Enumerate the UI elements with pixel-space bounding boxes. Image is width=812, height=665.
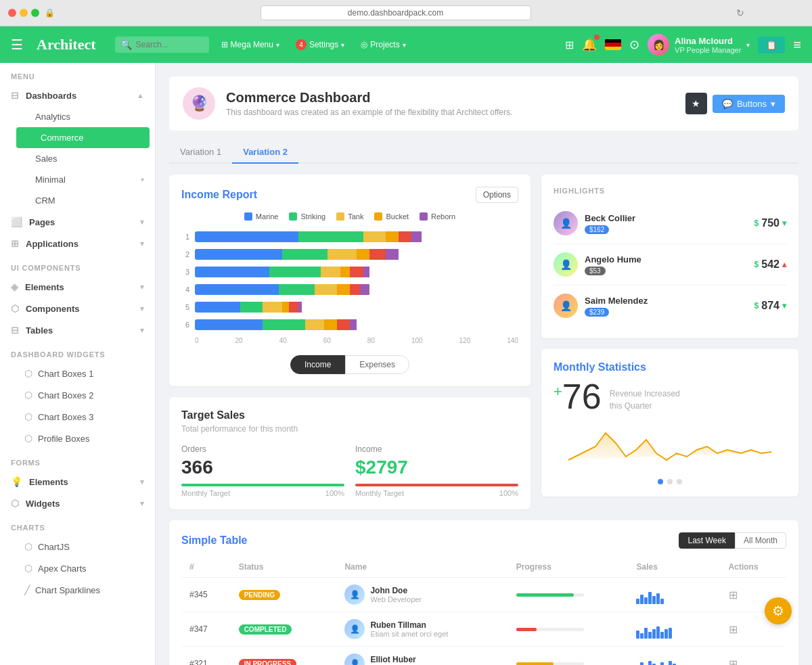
highlight-value-3: $ 874 ▾ (754, 300, 786, 312)
cell-sales (628, 647, 720, 666)
tables-icon: ⊟ (11, 325, 19, 336)
star-button[interactable]: ★ (685, 93, 707, 114)
sidebar-components[interactable]: ⬡ Components ▾ (0, 298, 155, 319)
pages-icon: ⬜ (11, 216, 22, 227)
minimize-dot (20, 9, 28, 17)
chartjs-icon: ⬡ (24, 541, 32, 552)
person-avatar: 👤 (344, 619, 365, 639)
cell-sales (628, 612, 720, 647)
avatar-saim: 👤 (554, 294, 578, 318)
projects-nav[interactable]: ◎ Projects ▾ (354, 37, 412, 53)
table-period-toggle: Last Week All Month (679, 532, 786, 549)
target-title: Target Sales (181, 409, 518, 421)
cell-actions: ⊞ (721, 647, 786, 666)
income-btn[interactable]: Income (290, 355, 345, 374)
hamburger-icon[interactable]: ☰ (11, 37, 23, 53)
action-icon[interactable]: ⊞ (729, 658, 738, 666)
sidebar-chart-boxes-2[interactable]: ⬡ Chart Boxes 2 (0, 384, 155, 406)
monthly-stats-title: Monthly Statistics (554, 361, 786, 373)
sidebar-pages[interactable]: ⬜ Pages ▾ (0, 211, 155, 233)
income-report-card: Income Report Options Marine Striking Ta… (169, 175, 531, 386)
cell-progress (508, 647, 629, 666)
grid-icon[interactable]: ⊞ (565, 39, 574, 51)
target-subtitle: Total performance for this month (181, 424, 518, 434)
col-id: # (181, 557, 231, 578)
action-icon[interactable]: ⊞ (729, 589, 738, 601)
tab-variation1[interactable]: Variation 1 (169, 141, 232, 164)
dot-3[interactable] (677, 479, 682, 484)
sidebar-item-crm[interactable]: CRM (11, 190, 155, 211)
cell-name: 👤 John Doe Web Developer (336, 578, 508, 612)
income-toggle: Income Expenses (181, 355, 518, 374)
cell-id: #321 (181, 647, 231, 666)
sidebar-dashboards[interactable]: ⊟ Dashboards ▲ (0, 85, 155, 106)
address-bar[interactable]: demo.dashboardpack.com (261, 5, 531, 20)
buttons-button[interactable]: 💬 Buttons ▾ (713, 95, 785, 113)
sidebar-item-analytics[interactable]: Analytics (11, 106, 155, 127)
topbar-button[interactable]: 📋 (758, 37, 785, 53)
mega-menu-nav[interactable]: ⊞ Mega Menu ▾ (215, 37, 286, 53)
tables-chevron: ▾ (140, 326, 144, 335)
dot-1[interactable] (658, 479, 663, 484)
table-title: Simple Table (181, 534, 248, 547)
highlight-item-2: 👤 Angelo Hume $53 $ 542 ▴ (554, 244, 786, 285)
action-icon[interactable]: ⊞ (729, 624, 738, 635)
sidebar: MENU ⊟ Dashboards ▲ Analytics Commerce S… (0, 63, 156, 665)
simple-table-card: Simple Table Last Week All Month # Statu… (169, 520, 798, 665)
close-dot (8, 9, 16, 17)
expenses-btn[interactable]: Expenses (345, 355, 409, 374)
tab-variation2[interactable]: Variation 2 (232, 141, 298, 164)
cell-status: PENDING (231, 578, 337, 612)
sidebar-forms-elements[interactable]: 💡 Elements ▾ (0, 471, 155, 492)
all-month-btn[interactable]: All Month (735, 532, 786, 549)
highlights-title: HIGHLIGHTS (554, 187, 786, 195)
sidebar-apex-charts[interactable]: ⬡ Apex Charts (0, 557, 155, 579)
sidebar-forms-widgets[interactable]: ⬡ Widgets ▾ (0, 492, 155, 514)
highlight-value-2: $ 542 ▴ (754, 258, 786, 271)
bell-icon[interactable]: 🔔 (582, 37, 597, 52)
floating-gear-button[interactable]: ⚙ (765, 597, 792, 624)
chartbox3-icon: ⬡ (24, 411, 32, 422)
user-profile[interactable]: 👩 Alina Mclourd VP People Manager ▾ (648, 34, 750, 55)
table-row: #321 IN PROGRESS 👤 Elliot Huber Lorem ip… (181, 647, 786, 666)
monthly-stats-card: Monthly Statistics + 76 Revenue Increase… (541, 349, 798, 497)
table-row: #347 COMPLETED 👤 Ruben Tillman Etiam sit… (181, 612, 786, 647)
form-elements-icon: 💡 (11, 476, 22, 487)
sidebar-elements[interactable]: ◈ Elements ▾ (0, 276, 155, 298)
sidebar-item-minimal[interactable]: Minimal ▾ (11, 169, 155, 190)
charts-section-title: CHARTS (0, 514, 155, 536)
highlight-value-1: $ 750 ▾ (754, 217, 786, 229)
sidebar-sparklines[interactable]: ╱ Chart Sparklines (0, 579, 155, 601)
sidebar-item-sales[interactable]: Sales (11, 148, 155, 169)
search-input[interactable] (136, 40, 204, 49)
chat-icon: 💬 (722, 99, 733, 109)
sidebar-tables[interactable]: ⊟ Tables ▾ (0, 319, 155, 341)
cell-progress (508, 578, 629, 612)
monthly-chart (554, 419, 786, 474)
settings-nav[interactable]: 4 Settings ▾ (289, 36, 351, 53)
circle-icon[interactable]: ⊙ (629, 37, 639, 52)
sidebar-chartjs[interactable]: ⬡ ChartJS (0, 536, 155, 557)
sidebar-item-commerce[interactable]: Commerce (16, 127, 150, 148)
bar-chart: 1 2 3 4 5 6 020406080100120140 (181, 229, 518, 347)
components-icon: ⬡ (11, 303, 19, 314)
sidebar-profile-boxes[interactable]: ⬡ Profile Boxes (0, 428, 155, 449)
cell-name: 👤 Ruben Tillman Etiam sit amet orci eget (336, 612, 508, 647)
page-header: 🔮 Commerce Dashboard This dashboard was … (169, 76, 798, 131)
elements-chevron: ▾ (140, 283, 144, 292)
sidebar-chart-boxes-1[interactable]: ⬡ Chart Boxes 1 (0, 363, 155, 384)
options-button[interactable]: Options (476, 187, 518, 203)
sidebar-applications[interactable]: ⊞ Applications ▾ (0, 233, 155, 254)
monthly-number: 76 (562, 379, 602, 414)
topbar-menu-icon[interactable]: ≡ (793, 37, 801, 53)
sidebar-chart-boxes-3[interactable]: ⬡ Chart Boxes 3 (0, 406, 155, 428)
col-name: Name (336, 557, 508, 578)
maximize-dot (31, 9, 39, 17)
flag-icon[interactable] (605, 39, 621, 50)
highlight-item-3: 👤 Saim Melendez $239 $ 874 ▾ (554, 285, 786, 326)
chartbox2-icon: ⬡ (24, 390, 32, 400)
data-table: # Status Name Progress Sales Actions #34… (181, 557, 786, 665)
dot-2[interactable] (667, 479, 673, 484)
main-content: 🔮 Commerce Dashboard This dashboard was … (156, 63, 812, 665)
last-week-btn[interactable]: Last Week (679, 532, 734, 549)
